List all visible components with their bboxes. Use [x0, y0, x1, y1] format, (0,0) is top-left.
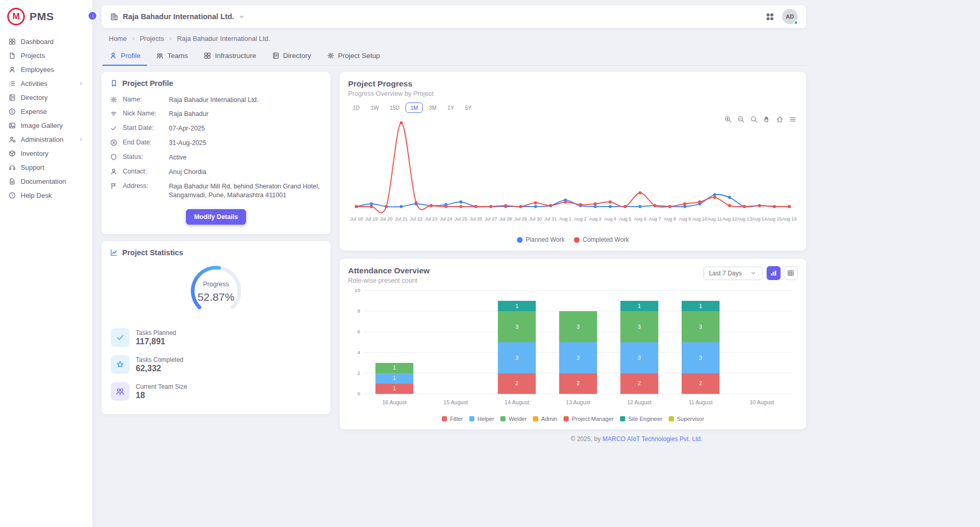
admin-icon	[8, 136, 16, 143]
svg-text:Aug 5: Aug 5	[619, 216, 631, 222]
sidebar-item-employees[interactable]: Employees	[4, 63, 88, 77]
chart-home-button[interactable]	[776, 115, 784, 125]
circle-x-icon	[110, 139, 118, 147]
svg-text:Aug 16: Aug 16	[782, 216, 797, 222]
legend-swatch	[469, 416, 474, 421]
chart-pan-button[interactable]	[763, 115, 771, 125]
legend-swatch	[620, 416, 625, 421]
range-1w[interactable]: 1W	[366, 103, 383, 113]
attendance-card-title: Attendance Overview	[348, 266, 430, 275]
project-progress-card: Project Progress Progress Overview by Pr…	[340, 72, 806, 251]
view-toggle-table[interactable]	[784, 266, 798, 280]
progress-card-title: Project Progress	[348, 79, 798, 89]
sidebar-item-image-gallery[interactable]: Image Gallery	[4, 119, 88, 133]
svg-text:3: 3	[699, 355, 702, 361]
view-toggle-bar-chart[interactable]	[767, 266, 781, 280]
legend-site-engineer[interactable]: Site Engineer	[620, 416, 662, 422]
chart-zoom-out-button[interactable]	[737, 115, 745, 125]
grid-icon	[204, 52, 211, 60]
sidebar-item-expense[interactable]: $Expense	[4, 105, 88, 119]
profile-field-end-date: End Date:31-Aug-2025	[110, 136, 322, 151]
breadcrumb-home[interactable]: Home	[109, 35, 127, 42]
stat-tasks-completed: Tasks Completed62,332	[110, 351, 322, 378]
field-label: Start Date:	[123, 124, 164, 131]
progress-gauge: Progress 52.87%	[185, 262, 247, 320]
sidebar-item-documentation[interactable]: Documentation	[4, 174, 88, 188]
range-1d[interactable]: 1D	[348, 103, 364, 113]
app-logo[interactable]: M PMS	[0, 0, 92, 34]
chart-menu-button[interactable]	[789, 115, 797, 125]
legend-helper[interactable]: Helper	[469, 416, 494, 422]
view-toggles	[767, 266, 798, 280]
legend-planned-work[interactable]: Planned Work	[517, 236, 565, 243]
legend-project-manager[interactable]: Project Manager	[564, 416, 614, 422]
gear-icon	[110, 96, 118, 104]
project-statistics-card: Project Statistics Progress 52.87% Tasks…	[102, 241, 330, 414]
range-1m[interactable]: 1M	[406, 103, 423, 113]
legend-fitter[interactable]: Fitter	[442, 416, 463, 422]
tab-label: Teams	[167, 52, 188, 60]
sidebar-item-directory[interactable]: Directory	[4, 91, 88, 105]
gauge-label: Progress	[185, 281, 247, 288]
tab-directory[interactable]: Directory	[265, 47, 318, 66]
profile-field-start-date: Start Date:07-Apr-2025	[110, 122, 322, 136]
legend-admin[interactable]: Admin	[533, 416, 557, 422]
company-name: Raja Bahadur International Ltd.	[123, 12, 234, 21]
legend-swatch	[669, 416, 674, 421]
range-1y[interactable]: 1Y	[443, 103, 459, 113]
svg-text:1: 1	[393, 365, 396, 371]
sidebar-item-administration[interactable]: Administration	[4, 133, 88, 147]
svg-text:Aug 3: Aug 3	[589, 216, 601, 222]
check-icon-badge	[111, 328, 129, 347]
sidebar-item-support[interactable]: Support	[4, 160, 88, 174]
range-5y[interactable]: 5Y	[460, 103, 476, 113]
chart-zoom-in-button[interactable]	[724, 115, 732, 125]
tab-teams[interactable]: Teams	[149, 47, 195, 66]
tab-profile[interactable]: Profile	[103, 47, 147, 66]
sidebar-item-help-desk[interactable]: ?Help Desk	[4, 188, 88, 202]
tab-infrastructure[interactable]: Infrastructure	[197, 47, 263, 66]
legend-swatch	[442, 416, 447, 421]
sidebar-item-inventory[interactable]: Inventory	[4, 147, 88, 160]
sidebar-item-activities[interactable]: Activities	[4, 77, 88, 91]
svg-text:Jul 22: Jul 22	[410, 216, 422, 222]
apps-grid-icon[interactable]	[765, 12, 775, 22]
legend-supervisor[interactable]: Supervisor	[669, 416, 704, 422]
gallery-icon	[8, 122, 16, 129]
svg-text:Jul 30: Jul 30	[529, 216, 542, 222]
attendance-range-select[interactable]: Last 7 Days	[703, 267, 762, 280]
legend-label: Fitter	[450, 416, 463, 422]
legend-label: Supervisor	[677, 416, 704, 422]
field-label: Name:	[123, 96, 164, 103]
range-15d[interactable]: 15D	[385, 103, 404, 113]
modify-details-button[interactable]: Modify Details	[186, 209, 247, 225]
company-selector[interactable]: Raja Bahadur International Ltd.	[110, 12, 245, 21]
svg-text:Jul 21: Jul 21	[395, 216, 408, 222]
sidebar-item-projects[interactable]: Projects	[4, 49, 88, 63]
team-icon	[156, 52, 164, 60]
tab-project-setup[interactable]: Project Setup	[320, 47, 387, 66]
range-3m[interactable]: 3M	[424, 103, 441, 113]
magnifier-icon	[750, 115, 758, 123]
chevron-down-icon	[238, 13, 245, 20]
chart-magnifier-button[interactable]	[750, 115, 758, 125]
field-value: Raja Bahadur International Ltd.	[169, 96, 322, 105]
sidebar-item-dashboard[interactable]: Dashboard	[4, 35, 88, 49]
stat-current-team-size: Current Team Size18	[110, 378, 322, 405]
svg-text:$: $	[11, 110, 13, 113]
user-avatar[interactable]: AD	[782, 9, 798, 24]
legend-completed-work[interactable]: Completed Work	[574, 236, 629, 243]
chart-toolbar	[724, 115, 797, 125]
legend-welder[interactable]: Welder	[500, 416, 527, 422]
svg-text:12 August: 12 August	[627, 399, 652, 405]
legend-swatch	[500, 416, 506, 421]
svg-text:1: 1	[638, 303, 641, 309]
footer-link[interactable]: MARCO AIoT Technologies Pvt. Ltd.	[602, 435, 702, 443]
breadcrumb-projects[interactable]: Projects	[140, 35, 164, 42]
svg-text:14 August: 14 August	[505, 399, 529, 405]
stat-value: 18	[136, 391, 187, 400]
svg-text:10 August: 10 August	[750, 399, 774, 405]
sidebar-item-label: Projects	[21, 52, 45, 60]
svg-text:Jul 20: Jul 20	[380, 216, 393, 222]
sidebar-collapse-button[interactable]	[88, 11, 97, 21]
